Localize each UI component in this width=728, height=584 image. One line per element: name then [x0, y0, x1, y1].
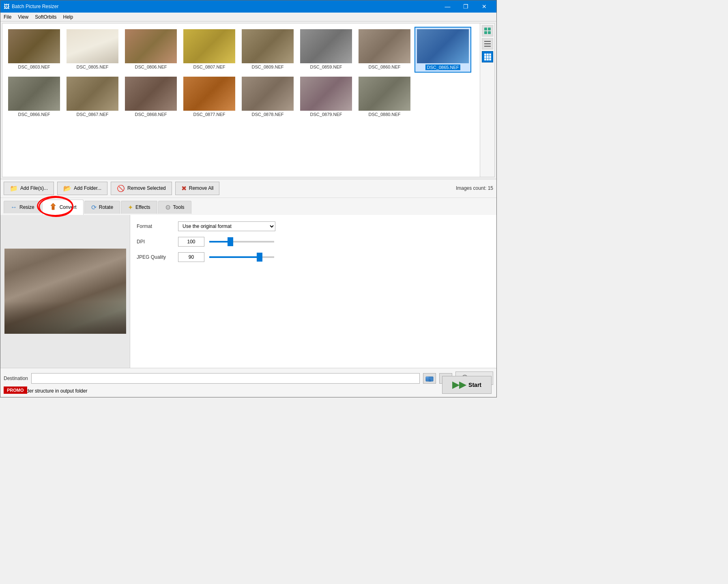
gallery-sidebar — [480, 24, 494, 177]
thumb-label: DSC_0803.NEF — [18, 64, 50, 69]
list-item[interactable]: DSC_0880.NEF — [356, 74, 413, 119]
svg-rect-14 — [487, 58, 489, 60]
jpeg-quality-slider[interactable] — [209, 253, 490, 261]
svg-rect-7 — [484, 54, 486, 56]
jpeg-quality-label: JPEG Quality — [137, 254, 173, 260]
thumb-label: DSC_0880.NEF — [369, 112, 401, 117]
thumb-label: DSC_0878.NEF — [252, 112, 284, 117]
menu-bar: File View SoftOrbits Help — [0, 13, 496, 21]
content-panel: Format Use the original format JPEG PNG … — [0, 215, 496, 368]
thumb-label: DSC_0867.NEF — [77, 112, 109, 117]
folder-structure-row: Use folder structure in output folder — [4, 388, 493, 394]
thumb-label: DSC_0809.NEF — [252, 64, 284, 69]
remove-selected-button[interactable]: 🚫 Remove Selected — [111, 182, 172, 195]
thumb-label: DSC_0807.NEF — [193, 64, 225, 69]
list-item[interactable]: DSC_0805.NEF — [64, 27, 121, 73]
list-item[interactable]: DSC_0866.NEF — [6, 74, 62, 119]
dpi-slider[interactable] — [209, 238, 490, 246]
tab-resize[interactable]: ↔ Resize — [4, 201, 41, 213]
list-item[interactable]: DSC_0868.NEF — [122, 74, 179, 119]
thumb-label: DSC_0859.NEF — [310, 64, 342, 69]
remove-all-button[interactable]: ✖ Remove All — [175, 182, 220, 195]
tools-icon: ⚙ — [165, 204, 171, 211]
menu-help[interactable]: Help — [60, 13, 77, 21]
app-title: Batch Picture Resizer — [12, 4, 58, 9]
svg-rect-12 — [489, 56, 491, 58]
resize-icon: ↔ — [11, 204, 17, 211]
app-icon: 🖼 — [4, 3, 9, 10]
svg-rect-6 — [484, 46, 491, 47]
add-files-button[interactable]: 📁 Add File(s)... — [4, 182, 54, 195]
list-item[interactable]: DSC_0877.NEF — [181, 74, 238, 119]
gallery-content: DSC_0803.NEF DSC_0805.NEF DSC_0806.NEF D… — [2, 24, 480, 177]
svg-rect-15 — [489, 58, 491, 60]
settings-panel: Format Use the original format JPEG PNG … — [130, 215, 496, 368]
remove-all-icon: ✖ — [181, 185, 187, 192]
menu-view[interactable]: View — [15, 13, 32, 21]
toolbar: 📁 Add File(s)... 📂 Add Folder... 🚫 Remov… — [0, 179, 496, 198]
thumb-label: DSC_0866.NEF — [18, 112, 50, 117]
svg-rect-3 — [488, 31, 491, 34]
list-item[interactable]: DSC_0807.NEF — [181, 27, 238, 73]
tab-convert[interactable]: Convert — [42, 200, 84, 215]
format-row: Format Use the original format JPEG PNG … — [137, 221, 490, 231]
promo-badge[interactable]: PROMO — [4, 386, 27, 394]
destination-label: Destination — [4, 376, 28, 381]
svg-rect-9 — [489, 54, 491, 56]
thumb-label: DSC_0868.NEF — [135, 112, 167, 117]
preview-image — [4, 249, 126, 334]
jpeg-quality-input[interactable] — [178, 252, 204, 262]
list-item[interactable]: DSC_0806.NEF — [122, 27, 179, 73]
svg-rect-11 — [487, 56, 489, 58]
start-icon: ▶▶ — [452, 380, 466, 390]
preview-area — [0, 215, 130, 368]
dpi-row: DPI — [137, 237, 490, 247]
dpi-input[interactable] — [178, 237, 204, 247]
list-item[interactable]: DSC_0879.NEF — [298, 74, 354, 119]
thumb-label: DSC_0879.NEF — [310, 112, 342, 117]
list-view-button[interactable] — [482, 38, 493, 49]
thumb-label: DSC_0860.NEF — [369, 64, 401, 69]
svg-rect-10 — [484, 56, 486, 58]
grid-view-button[interactable] — [482, 51, 493, 62]
effects-icon: ✦ — [128, 204, 133, 211]
destination-browse-button[interactable] — [423, 373, 436, 384]
tab-rotate[interactable]: ⟳ Rotate — [84, 201, 120, 214]
add-files-icon: 📁 — [10, 185, 18, 192]
minimize-button[interactable]: — — [438, 0, 457, 13]
convert-icon — [49, 202, 57, 212]
list-item[interactable]: DSC_0865.NEF — [414, 27, 471, 73]
list-item[interactable]: DSC_0867.NEF — [64, 74, 121, 119]
menu-softorbits[interactable]: SoftOrbits — [32, 13, 60, 21]
svg-rect-1 — [488, 28, 491, 30]
destination-input[interactable] — [31, 373, 420, 384]
svg-rect-19 — [426, 377, 429, 378]
svg-rect-4 — [484, 41, 491, 42]
list-item[interactable]: DSC_0860.NEF — [356, 27, 413, 73]
tab-tools[interactable]: ⚙ Tools — [158, 201, 191, 214]
menu-file[interactable]: File — [0, 13, 15, 21]
format-label: Format — [137, 223, 173, 229]
tabs-row: ↔ Resize Convert ⟳ Rotate — [0, 198, 496, 215]
list-item[interactable]: DSC_0803.NEF — [6, 27, 62, 73]
list-item[interactable]: DSC_0878.NEF — [239, 74, 296, 119]
gallery-area: DSC_0803.NEF DSC_0805.NEF DSC_0806.NEF D… — [2, 23, 495, 177]
svg-rect-8 — [487, 54, 489, 56]
list-item[interactable]: DSC_0809.NEF — [239, 27, 296, 73]
folder-icon: 📂 — [63, 185, 71, 192]
svg-rect-5 — [484, 43, 491, 44]
jpeg-quality-row: JPEG Quality — [137, 252, 490, 262]
thumbnail-view-button[interactable] — [482, 25, 493, 36]
start-button[interactable]: ▶▶ Start — [442, 376, 492, 394]
add-folder-button[interactable]: 📂 Add Folder... — [57, 182, 107, 195]
svg-rect-0 — [484, 28, 487, 30]
dpi-label: DPI — [137, 239, 173, 245]
tab-effects[interactable]: ✦ Effects — [121, 201, 157, 214]
format-select[interactable]: Use the original format JPEG PNG BMP TIF… — [178, 221, 275, 231]
list-item[interactable]: DSC_0859.NEF — [298, 27, 354, 73]
thumb-label: DSC_0805.NEF — [77, 64, 109, 69]
close-button[interactable]: ✕ — [475, 0, 493, 13]
maximize-button[interactable]: ❐ — [457, 0, 475, 13]
rotate-icon: ⟳ — [91, 204, 97, 211]
remove-selected-icon: 🚫 — [117, 185, 125, 192]
